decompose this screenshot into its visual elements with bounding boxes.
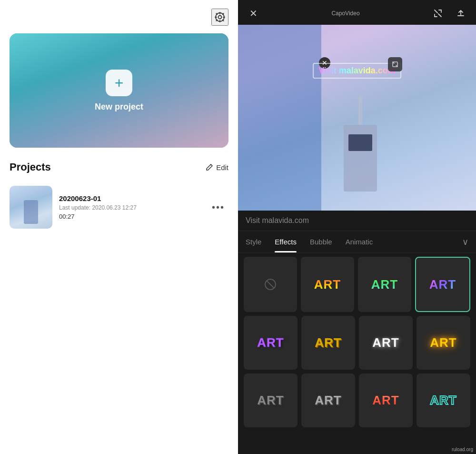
upload-button[interactable] (453, 6, 468, 21)
projects-title: Projects (10, 161, 51, 173)
effect-art-9: ART (315, 393, 341, 408)
effect-art-3: ART (429, 277, 456, 292)
effect-gray-light[interactable]: ART (301, 373, 355, 427)
project-thumbnail (10, 186, 52, 229)
project-duration: 00:27 (59, 213, 201, 220)
svg-point-0 (218, 16, 222, 19)
project-info: 20200623-01 Last update: 2020.06.23 12:2… (59, 194, 201, 220)
edit-label: Edit (216, 163, 228, 172)
thumbnail-bg (10, 186, 52, 229)
effect-art-6: ART (372, 335, 399, 350)
effect-gradient-green[interactable]: ART (358, 257, 411, 312)
project-date: Last update: 2020.06.23 12:27 (59, 204, 201, 211)
new-project-plus-icon: + (106, 70, 132, 96)
left-panel: + New project Projects Edit 20200623-01 … (0, 0, 238, 454)
project-name: 20200623-01 (59, 194, 201, 202)
effect-art-11: ART (430, 393, 456, 408)
tab-bubble[interactable]: Bubble (310, 231, 332, 252)
close-button[interactable]: ✕ (246, 6, 261, 21)
right-panel: ✕ CapoVideo ✕ (238, 0, 476, 454)
text-input-row (238, 211, 476, 231)
effects-row-1: ART ART ART (244, 257, 470, 312)
effect-art-2: ART (371, 277, 398, 292)
machine-screen (348, 134, 372, 151)
effect-gradient-warm[interactable]: ART (301, 257, 354, 312)
effect-dark-gray[interactable]: ART (244, 373, 298, 427)
resize-button[interactable] (388, 57, 402, 71)
app-logo: CapoVideo (331, 10, 359, 17)
effect-art-5: ART (315, 335, 341, 350)
blue-panel (238, 25, 321, 211)
video-header: ✕ CapoVideo (238, 0, 476, 25)
machine-body (344, 125, 377, 192)
video-machine (344, 125, 377, 192)
header-actions (430, 6, 468, 21)
project-more-button[interactable]: ••• (208, 200, 228, 215)
effect-red-gradient[interactable]: ART (359, 373, 413, 427)
effects-row-2: ART ART ART ART (244, 316, 470, 370)
effect-teal-outline[interactable]: ART (416, 373, 470, 427)
effect-art-8: ART (257, 393, 284, 408)
new-project-label: New project (95, 102, 143, 112)
effects-row-3: ART ART ART ART (244, 373, 470, 427)
effect-art-1: ART (314, 277, 341, 292)
edit-button[interactable]: Edit (206, 163, 228, 172)
tabs-arrow[interactable]: ∨ (462, 237, 468, 247)
tabs-row: Style Effects Bubble Animatic ∨ (238, 231, 476, 253)
plus-icon: + (115, 75, 124, 91)
machine-top (358, 96, 362, 125)
projects-header: Projects Edit (10, 161, 228, 173)
project-item: 20200623-01 Last update: 2020.06.23 12:2… (10, 181, 228, 233)
svg-line-3 (267, 281, 274, 288)
effect-gold-shadow[interactable]: ART (301, 316, 355, 370)
watermark: ruload.org (452, 447, 473, 452)
effect-purple-outline[interactable]: ART (244, 316, 298, 370)
effect-white-glow[interactable]: ART (359, 316, 413, 370)
effect-gold-glow[interactable]: ART (416, 316, 470, 370)
effect-art-7: ART (430, 335, 456, 350)
expand-button[interactable] (430, 6, 446, 21)
text-overlay-content: Visit malavida.com (318, 66, 396, 75)
effect-none[interactable] (244, 257, 297, 312)
video-preview: ✕ Visit malavida.com (238, 25, 476, 211)
tab-effects[interactable]: Effects (275, 231, 297, 252)
tab-style[interactable]: Style (246, 231, 261, 252)
effects-grid: ART ART ART ART ART ART ART (238, 253, 476, 454)
effect-art-10: ART (372, 393, 399, 408)
effect-gradient-purple[interactable]: ART (415, 257, 470, 312)
new-project-card[interactable]: + New project (10, 33, 228, 148)
settings-button[interactable] (211, 9, 228, 26)
effect-art-4: ART (257, 335, 284, 350)
text-input[interactable] (246, 216, 468, 225)
tab-animatic[interactable]: Animatic (346, 231, 373, 252)
